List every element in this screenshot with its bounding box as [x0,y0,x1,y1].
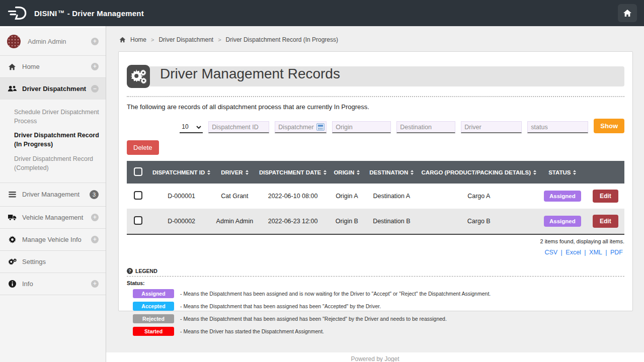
footer: Powered by Joget [106,352,644,362]
date-cell: 2022-06-23 12:00 [256,209,330,234]
sort-icon [357,170,360,175]
main-panel: Driver Management Records The following … [118,51,633,311]
plus-icon[interactable]: + [91,236,99,243]
filter-destination-input[interactable] [396,121,455,133]
sort-icon [207,170,210,175]
col-status[interactable]: STATUS [538,161,587,184]
avatar [7,35,21,48]
page-description: The following are records of all dispatc… [127,103,624,111]
dispatchment-submenu: Schedule Driver Dispatchment Process Dri… [0,100,106,183]
breadcrumb-driver-dispatchment[interactable]: Driver Dispatchment [158,36,213,43]
export-link-excel[interactable]: Excel [566,249,581,256]
origin-cell: Origin B [330,209,364,234]
edit-button[interactable]: Edit [593,190,618,203]
legend-header: ? LEGEND [127,268,624,277]
sort-icon [573,170,576,175]
minus-icon[interactable]: – [91,85,99,93]
plus-icon[interactable]: + [91,38,99,45]
legend-subtitle: Status: [127,280,624,286]
sidebar-item-home[interactable]: Home + [0,56,106,78]
sidebar-item-manage-vehicle-info[interactable]: Manage Vehicle Info + [0,229,106,251]
info-icon [7,280,17,288]
sidebar-item-driver-management[interactable]: Driver Management 3 [0,183,106,207]
export-link-xml[interactable]: XML [589,249,602,256]
dispatchment-id-cell: D-000001 [149,184,214,209]
top-navbar: DISINITM - Driver Management [0,0,644,26]
filter-status-input[interactable] [527,121,588,133]
gears-icon [127,65,150,88]
edit-button[interactable]: Edit [593,215,618,228]
cargo-cell: Cargo B [420,209,538,234]
row-checkbox[interactable] [134,216,142,225]
app-title: DISINITM - Driver Management [34,9,144,18]
breadcrumb-home[interactable]: Home [130,36,146,43]
content-area: Home > Driver Dispatchment > Driver Disp… [106,26,644,362]
delete-button[interactable]: Delete [127,140,159,155]
sidebar-item-driver-dispatchment[interactable]: Driver Dispatchment – [0,78,106,100]
row-checkbox[interactable] [134,191,142,200]
legend-entry: Accepted- Means the Dispatchment that ha… [133,302,624,311]
status-badge: Assigned [544,216,581,227]
col-dispatchment-id[interactable]: DISPATCHMENT ID [149,161,214,184]
destination-cell: Destination A [364,184,419,209]
col-dispatchment-date[interactable]: DISPATCHMENT DATE [256,161,330,184]
home-icon [623,9,632,17]
col-driver[interactable]: DRIVER [213,161,256,184]
sidebar-user[interactable]: Admin Admin + [0,26,106,56]
sidebar-item-record-in-progress[interactable]: Driver Dispatchment Record (In Progress) [14,131,101,149]
sidebar-item-info[interactable]: Info + [0,273,106,295]
export-link-pdf[interactable]: PDF [610,249,623,256]
filter-dispatchment-id-input[interactable] [208,121,269,133]
app-brand: DISINITM - Driver Management [7,6,144,21]
page-title: Driver Management Records [160,66,340,82]
legend-entry: Rejected- Means the Dispatchment that ha… [133,314,624,323]
select-all-checkbox[interactable] [134,167,142,176]
sidebar-item-schedule-dispatchment[interactable]: Schedule Driver Dispatchment Process [14,108,101,126]
truck-icon [7,214,17,221]
plus-icon[interactable]: + [91,280,99,288]
destination-cell: Destination B [364,209,419,234]
navbar-home-button[interactable] [618,4,637,22]
table-row: D-000002Admin Admin2022-06-23 12:00Origi… [127,209,624,234]
dispatchment-id-cell: D-000002 [149,209,214,234]
page-size-select[interactable]: 10 [180,121,203,133]
driver-cell: Cat Grant [213,184,256,209]
legend-entry: Started- Means the Driver has started th… [133,327,624,336]
filter-date-wrap [275,121,327,133]
plus-icon[interactable]: + [91,63,99,70]
col-origin[interactable]: ORIGIN [330,161,364,184]
sidebar-item-vehicle-management[interactable]: Vehicle Management + [0,207,106,229]
user-name: Admin Admin [28,38,66,45]
table-body: D-000001Cat Grant2022-06-10 08:00Origin … [127,184,624,234]
disini-logo-icon [7,6,28,21]
sort-icon [533,170,536,175]
export-link-csv[interactable]: CSV [544,249,557,256]
status-badge: Assigned [544,191,581,202]
legend-description: - Means the Dispatchment has been assign… [180,291,491,297]
gear-icon [7,236,17,243]
sidebar-item-record-completed[interactable]: Driver Dispatchment Record (Completed) [14,154,101,172]
breadcrumb: Home > Driver Dispatchment > Driver Disp… [119,36,644,43]
powered-by: Powered by Joget [351,355,399,362]
home-icon [7,63,17,70]
legend-badge-accepted: Accepted [133,302,174,311]
col-cargo[interactable]: CARGO (PRODUCT/PACKING DETAILS) [420,161,538,184]
plus-icon[interactable]: + [91,214,99,221]
filter-driver-input[interactable] [461,121,522,133]
sidebar: Admin Admin + Home + Driver Dispatchment… [0,26,106,362]
export-links: CSV | Excel | XML | PDF [127,249,624,256]
col-destination[interactable]: DESTINATION [364,161,419,184]
legend-entries: Assigned- Means the Dispatchment has bee… [127,289,624,336]
origin-cell: Origin A [330,184,364,209]
sidebar-item-settings[interactable]: Settings [0,251,106,273]
breadcrumb-current-page[interactable]: Driver Dispatchment Record (In Progress) [226,36,338,43]
legend-description: - Means the Dispatchment that has been a… [180,303,381,309]
show-button[interactable]: Show [594,119,624,133]
filter-origin-input[interactable] [332,121,391,133]
calendar-icon[interactable] [316,123,325,131]
legend-badge-rejected: Rejected [133,314,174,323]
filter-bar: 10 Show [127,119,624,133]
driver-management-count-badge: 3 [90,190,99,199]
sort-icon [324,170,327,175]
records-table: DISPATCHMENT ID DRIVER DISPATCHMENT DATE… [127,161,624,235]
